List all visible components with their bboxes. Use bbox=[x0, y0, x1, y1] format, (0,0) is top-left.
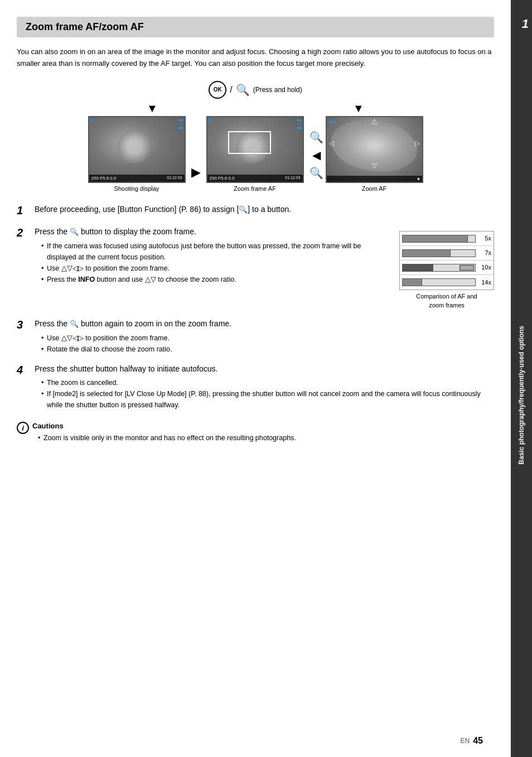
comparison-chart: 5x 7x bbox=[399, 231, 494, 310]
intro-text: You can also zoom in on an area of the i… bbox=[17, 46, 494, 70]
step-4: 4 Press the shutter button halfway to in… bbox=[17, 363, 494, 411]
page-title: Zoom frame AF/zoom AF bbox=[26, 21, 485, 33]
ok-button-icon: OK bbox=[209, 81, 226, 99]
step2-bullet3: Press the INFO button and use △▽ to choo… bbox=[41, 274, 388, 285]
side-tab-text: Basic photography/frequently-used option… bbox=[517, 326, 526, 465]
bar-14x bbox=[402, 278, 476, 286]
step4-number: 4 bbox=[17, 363, 31, 411]
screen3-zoom: 10x bbox=[329, 119, 336, 124]
step2-main: Press the 🔍 button to display the zoom f… bbox=[35, 225, 388, 238]
step4-main: Press the shutter button halfway to init… bbox=[35, 363, 494, 375]
en-label: EN bbox=[461, 737, 470, 745]
step2-content: Press the 🔍 button to display the zoom f… bbox=[35, 225, 494, 310]
screen3-zoom-af: 10x △ ◁ ▷ ▽ ■ bbox=[326, 116, 423, 183]
screen2-zoom-frame: P ■■+1■■ 250 F5.6 0.0 01:12:03 bbox=[206, 116, 304, 183]
step-2: 2 Press the 🔍 button to display the zoom… bbox=[17, 225, 494, 310]
screen1-info-bar: 250 F5.6 0.0 01:12:03 bbox=[89, 175, 185, 182]
label-10x: 10x bbox=[478, 263, 494, 273]
chart-row-10x: 10x bbox=[400, 261, 494, 275]
press-hold-label: (Press and hold) bbox=[253, 86, 302, 94]
step3-bullet1: Use △▽◁▷ to position the zoom frame. bbox=[41, 332, 494, 344]
bar-5x bbox=[402, 235, 476, 243]
side-tab-number: 1 bbox=[522, 17, 529, 31]
title-box: Zoom frame AF/zoom AF bbox=[17, 17, 494, 37]
bar-10x bbox=[402, 264, 476, 272]
step-1: 1 Before proceeding, use [Button Functio… bbox=[17, 203, 494, 218]
label-5x: 5x bbox=[478, 234, 494, 244]
step1-content: Before proceeding, use [Button Function]… bbox=[35, 203, 494, 218]
chart-grid: 5x 7x bbox=[399, 231, 494, 290]
step4-content: Press the shutter button halfway to init… bbox=[35, 363, 494, 411]
screen2-info-bar: 250 F5.6 0.0 01:12:03 bbox=[207, 175, 303, 182]
caution-i: i bbox=[22, 424, 24, 432]
step1-main: Before proceeding, use [Button Function]… bbox=[35, 203, 494, 216]
step2-bullets: If the camera was focused using autofocu… bbox=[35, 240, 388, 285]
screen2-label: Zoom frame AF bbox=[234, 185, 276, 192]
screen1-info: 250 F5.6 0.0 bbox=[91, 176, 117, 181]
side-tab: 1 Basic photography/frequently-used opti… bbox=[511, 0, 532, 757]
step4-bullet2: If [mode2] is selected for [LV Close Up … bbox=[41, 388, 494, 411]
main-content: Zoom frame AF/zoom AF You can also zoom … bbox=[0, 0, 511, 757]
page-footer: EN 45 bbox=[461, 736, 483, 746]
label-14x: 14x bbox=[478, 278, 494, 288]
caution-bullets: Zoom is visible only in the monitor and … bbox=[32, 432, 494, 443]
down-arrows-row: ▼ ▼ bbox=[94, 102, 417, 115]
bar-7x bbox=[402, 249, 476, 257]
step3-main: Press the 🔍 button again to zoom in on t… bbox=[35, 317, 494, 330]
step2-row: Press the 🔍 button to display the zoom f… bbox=[35, 225, 494, 310]
screen1-time: 01:12:03 bbox=[167, 176, 182, 181]
arrow-down-2: ▼ bbox=[353, 102, 364, 115]
screens-row: P ■■+1■■ 250 F5.6 0.0 01:12:03 Shooting … bbox=[88, 116, 423, 192]
slash-separator: / bbox=[230, 85, 232, 95]
comparison-caption: Comparison of AF andzoom frames bbox=[416, 292, 477, 310]
bar-14x-fill bbox=[403, 279, 422, 286]
bar-10x-fill bbox=[403, 264, 433, 271]
chart-row-14x: 14x bbox=[400, 275, 494, 290]
screen1-p: P bbox=[90, 118, 93, 123]
magnifier-between: 🔍 ◀ 🔍 bbox=[306, 131, 323, 192]
bar-10x-inner bbox=[460, 265, 474, 271]
chart-row-7x: 7x bbox=[400, 246, 494, 261]
screen3-small-icon: ■ bbox=[417, 177, 419, 181]
page-number: 45 bbox=[473, 736, 483, 746]
cautions-section: i Cautions Zoom is visible only in the m… bbox=[17, 422, 494, 443]
magnifier-icon-large: 🔍 bbox=[236, 83, 250, 97]
screen3-label: Zoom AF bbox=[362, 185, 387, 192]
cautions-title: Cautions bbox=[32, 422, 494, 430]
arrow-down-1: ▼ bbox=[147, 102, 158, 115]
step2-number: 2 bbox=[17, 225, 31, 310]
label-7x: 7x bbox=[478, 248, 494, 258]
screen1-shooting: P ■■+1■■ 250 F5.6 0.0 01:12:03 bbox=[88, 116, 186, 183]
arrow-1-2: ▶ bbox=[188, 165, 204, 192]
step3-number: 3 bbox=[17, 317, 31, 355]
page-container: Zoom frame AF/zoom AF You can also zoom … bbox=[0, 0, 532, 757]
screen1-top-icons: ■■+1■■ bbox=[178, 118, 183, 130]
screen2-p: P bbox=[209, 118, 211, 123]
screen1-flower bbox=[118, 130, 151, 163]
step1-number: 1 bbox=[17, 203, 31, 218]
step2-text: Press the 🔍 button to display the zoom f… bbox=[35, 225, 388, 310]
screen2-time: 01:12:03 bbox=[285, 176, 300, 181]
step4-bullets: The zoom is cancelled. If [mode2] is sel… bbox=[35, 377, 494, 411]
arrow-left-mid: ◀ bbox=[312, 148, 321, 162]
caution-content: Cautions Zoom is visible only in the mon… bbox=[32, 422, 494, 443]
screen2-wrapper: P ■■+1■■ 250 F5.6 0.0 01:12:03 Zoom fram… bbox=[206, 116, 304, 192]
step2-bullet2: Use △▽◁▷ to position the zoom frame. bbox=[41, 263, 388, 274]
caution-item-1: Zoom is visible only in the monitor and … bbox=[38, 432, 494, 443]
screen3-info-bar: ■ bbox=[327, 176, 422, 182]
screen1-wrapper: P ■■+1■■ 250 F5.6 0.0 01:12:03 Shooting … bbox=[88, 116, 186, 192]
step-3: 3 Press the 🔍 button again to zoom in on… bbox=[17, 317, 494, 355]
ok-press-row: OK / 🔍 (Press and hold) bbox=[209, 81, 302, 99]
screen2-top-icons: ■■+1■■ bbox=[297, 118, 301, 130]
bar-7x-fill bbox=[403, 250, 451, 257]
chart-row-5x: 5x bbox=[400, 232, 494, 246]
step3-bullet2: Rotate the dial to choose the zoom ratio… bbox=[41, 344, 494, 355]
step4-bullet1: The zoom is cancelled. bbox=[41, 377, 494, 388]
zoom-frame-rect bbox=[228, 131, 271, 154]
mag-icon-mid2: 🔍 bbox=[309, 166, 323, 180]
screen3-wrapper: 10x △ ◁ ▷ ▽ ■ bbox=[326, 116, 423, 192]
step3-content: Press the 🔍 button again to zoom in on t… bbox=[35, 317, 494, 355]
mag-icon-mid1: 🔍 bbox=[309, 131, 323, 144]
caution-icon: i bbox=[17, 422, 29, 434]
screen2-info: 250 F5.6 0.0 bbox=[210, 176, 235, 181]
